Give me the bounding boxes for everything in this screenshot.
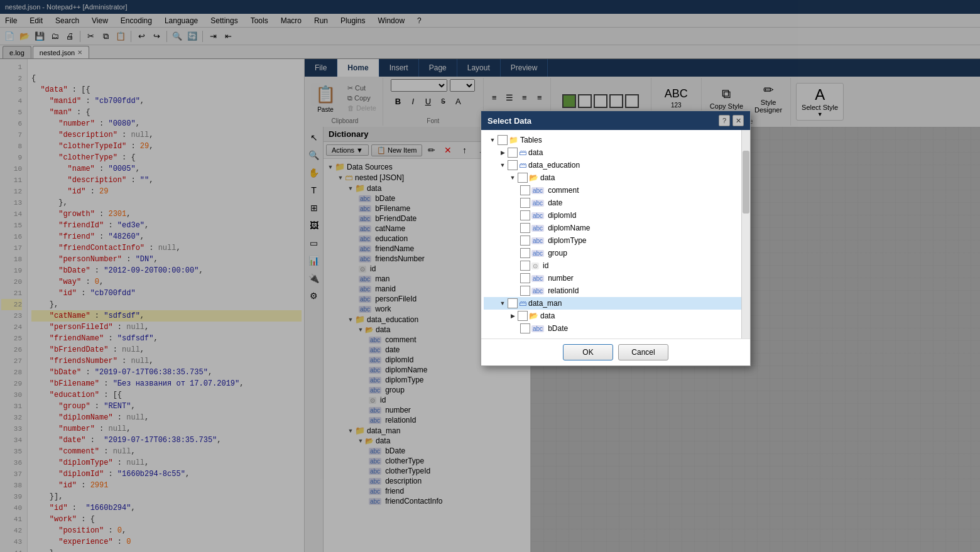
date-check[interactable] (520, 198, 530, 208)
comment-check[interactable] (520, 185, 530, 195)
modal-data-row[interactable]: ▶ 🗃 data (484, 146, 748, 159)
man-bdate-modal-icon: abc (531, 325, 544, 332)
modal-ok-button[interactable]: OK (563, 344, 613, 360)
number-modal-icon: abc (531, 275, 544, 282)
relationid-modal-icon: abc (531, 288, 544, 295)
modal-overlay[interactable]: Select Data ? ✕ ▼ 📁 Tables ▶ (0, 0, 980, 552)
data-man-db-icon: 🗃 (519, 299, 526, 308)
modal-relationid[interactable]: abc relationId (484, 284, 748, 297)
data-man-check[interactable] (508, 298, 518, 308)
data-education-db-icon: 🗃 (519, 161, 526, 170)
diplomtype-check[interactable] (520, 235, 530, 246)
modal-diplomname[interactable]: abc diplomName (484, 222, 748, 234)
modal-edu-data[interactable]: ▼ 📂 data (484, 171, 748, 184)
modal-data-man[interactable]: ▼ 🗃 data_man (484, 297, 748, 310)
data-row-check[interactable] (508, 148, 518, 158)
data-man-modal-toggle[interactable]: ▼ (498, 300, 508, 306)
modal-data-education[interactable]: ▼ 🗃 data_education (484, 159, 748, 171)
modal-titlebar-buttons: ? ✕ (719, 115, 744, 126)
modal-man-bdate[interactable]: abc bDate (484, 322, 748, 335)
modal-titlebar: Select Data ? ✕ (481, 111, 750, 130)
modal-id[interactable]: ⊙ id (484, 259, 748, 272)
man-data-modal-icon: 📂 (529, 311, 538, 320)
data-education-check[interactable] (508, 160, 518, 170)
date-modal-icon: abc (531, 200, 544, 207)
id-modal-check[interactable] (520, 261, 530, 271)
man-data-modal-toggle[interactable]: ▶ (508, 313, 518, 319)
relationid-check[interactable] (520, 286, 530, 296)
modal-tables[interactable]: ▼ 📁 Tables (484, 134, 748, 146)
modal-footer: OK Cancel (481, 338, 750, 365)
group-modal-icon: abc (531, 250, 544, 257)
modal-help-btn[interactable]: ? (719, 115, 730, 126)
edu-data-check[interactable] (518, 173, 528, 183)
diplomid-check[interactable] (520, 210, 530, 220)
edu-data-modal-toggle[interactable]: ▼ (508, 175, 518, 181)
diplomid-modal-icon: abc (531, 212, 544, 219)
number-check[interactable] (520, 273, 530, 283)
modal-content[interactable]: ▼ 📁 Tables ▶ 🗃 data ▼ (481, 130, 750, 338)
diplomtype-modal-icon: abc (531, 237, 544, 244)
group-check[interactable] (520, 248, 530, 258)
edu-data-modal-icon: 📂 (529, 173, 538, 182)
modal-man-data[interactable]: ▶ 📂 data (484, 310, 748, 322)
data-row-db-icon: 🗃 (519, 148, 526, 157)
man-data-check[interactable] (518, 311, 528, 321)
tables-folder-icon: 📁 (509, 136, 518, 144)
modal-diplomid[interactable]: abc diplomId (484, 209, 748, 222)
modal-close-btn[interactable]: ✕ (732, 115, 744, 126)
tables-check[interactable] (498, 135, 508, 145)
modal-comment[interactable]: abc comment (484, 184, 748, 197)
modal-title: Select Data (487, 116, 531, 126)
select-data-modal: Select Data ? ✕ ▼ 📁 Tables ▶ (481, 111, 751, 366)
modal-tree: ▼ 📁 Tables ▶ 🗃 data ▼ (484, 133, 748, 336)
modal-date[interactable]: abc date (484, 197, 748, 209)
modal-scrollbar[interactable] (741, 130, 750, 338)
data-row-toggle[interactable]: ▶ (498, 149, 508, 156)
man-bdate-check[interactable] (520, 323, 530, 333)
modal-group[interactable]: abc group (484, 247, 748, 259)
id-modal-icon: ⊙ (531, 262, 539, 269)
diplomname-modal-icon: abc (531, 225, 544, 232)
modal-scrollbar-thumb[interactable] (743, 151, 749, 214)
modal-diplomtype[interactable]: abc diplomType (484, 234, 748, 247)
tables-toggle-icon[interactable]: ▼ (487, 137, 498, 143)
comment-modal-icon: abc (531, 187, 544, 194)
diplomname-check[interactable] (520, 223, 530, 233)
modal-number[interactable]: abc number (484, 272, 748, 284)
data-education-modal-toggle[interactable]: ▼ (498, 162, 508, 168)
modal-cancel-button[interactable]: Cancel (618, 344, 668, 360)
